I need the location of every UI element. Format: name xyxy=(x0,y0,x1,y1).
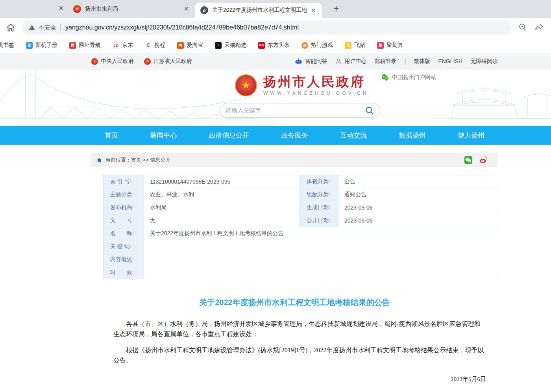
address-bar[interactable]: 不安全 yangzhou.gov.cn/yzszxxgk/slj/202305/… xyxy=(22,20,512,35)
breadcrumb: 当前位置：首页 >> 信息公开 xyxy=(91,153,498,167)
gov-links-bar: ★ 中央人民政府 ★ 江苏省人民政府 智能问答 用户中心 邮 xyxy=(0,53,551,70)
link-mail-login[interactable]: 邮箱登录 xyxy=(374,58,396,65)
divider: | xyxy=(404,58,406,65)
link-central-gov[interactable]: ★ 中央人民政府 xyxy=(91,58,134,65)
portal-badge[interactable]: 中国扬州门户网站 xyxy=(381,74,436,81)
nav-home[interactable]: 首页 xyxy=(105,131,118,140)
meta-label: 名 称: xyxy=(104,227,144,240)
national-emblem-icon: ★ xyxy=(235,74,257,96)
meta-value xyxy=(144,253,498,266)
not-secure-warning-icon xyxy=(28,24,35,31)
zoom-out-icon[interactable] xyxy=(518,22,528,33)
link-english[interactable]: ENGLISH xyxy=(438,58,462,64)
site-header-banner: ★ 扬州市人民政府 WWW.YANGZHOU.GOV.CN 中国扬州门户网站 xyxy=(0,70,551,126)
site-logo[interactable]: ★ 扬州市人民政府 WWW.YANGZHOU.GOV.CN xyxy=(235,74,368,96)
bookmark-juhuasuan[interactable]: 聚 聚划算 xyxy=(377,42,403,49)
wechat-share-icon[interactable] xyxy=(464,156,473,164)
robot-icon xyxy=(295,57,303,65)
user-icon xyxy=(335,58,342,65)
security-label: 不安全 xyxy=(39,24,56,31)
meta-value: 2023-05-06 xyxy=(338,201,498,214)
meta-value xyxy=(144,240,498,253)
bookmark-eastday[interactable]: 东方 东方头条 xyxy=(258,42,290,49)
site-favicon: e xyxy=(200,6,208,14)
nav-data[interactable]: 数据扬州 xyxy=(399,131,426,140)
bookmark-manual[interactable]: 册 新机手册 xyxy=(26,42,57,49)
meta-label: 内容概述: xyxy=(104,253,144,266)
meta-label: 体裁分类: xyxy=(300,175,338,188)
nav-charm[interactable]: 魅力扬州 xyxy=(458,131,484,140)
fliggy-icon: 飞 xyxy=(345,42,351,49)
link-jiangsu-gov[interactable]: ★ 江苏省人民政府 xyxy=(144,58,192,65)
breadcrumb-text[interactable]: 当前位置：首页 >> 信息公开 xyxy=(105,156,464,164)
home-icon xyxy=(96,157,102,163)
tab-title: 关于2022年度扬州市水利工程文明工地 xyxy=(212,7,308,14)
tab-close-icon[interactable]: ✕ xyxy=(181,5,194,13)
jd-icon: JD xyxy=(113,42,119,49)
meta-value: 11321000014407098E-2023-095 xyxy=(144,175,300,188)
tab-announcement-active[interactable]: e 关于2022年度扬州市水利工程文明工地 ✕ xyxy=(195,3,322,18)
meta-value: 关于2022年度扬州市水利工程文明工地考核结果的公告 xyxy=(144,227,498,240)
gov-emblem-favicon: ★ xyxy=(73,5,81,13)
main-nav: 首页 新闻中心 政府信息公开 政务服务 互动交流 数据扬州 魅力扬州 xyxy=(0,126,551,145)
manual-icon: 册 xyxy=(26,42,33,49)
meta-value: 2023-05-06 xyxy=(338,214,498,227)
article-date: 2023年5月6日 xyxy=(91,375,486,383)
bookmarks-bar: 机书签 册 新机手册 网 网址导航 JD 京东 C 携程 淘 爱淘宝 T 天猫精… xyxy=(0,37,551,53)
link-traditional-chinese[interactable]: 繁体版 xyxy=(414,58,431,65)
meta-label: 公开日期: xyxy=(300,214,338,227)
gov-emblem-icon: ★ xyxy=(91,58,98,65)
tab-close-icon[interactable]: ✕ xyxy=(308,7,322,14)
eastday-icon: 东方 xyxy=(258,42,265,49)
meta-value: 公告 xyxy=(338,175,498,188)
bookmark-ctrip[interactable]: C 携程 xyxy=(145,42,165,49)
site-search xyxy=(220,103,380,118)
address-separator xyxy=(60,24,61,31)
search-input[interactable] xyxy=(226,107,365,114)
meta-value: 水利局 xyxy=(144,201,300,214)
link-smart-qa[interactable]: 智能问答 xyxy=(295,57,327,65)
nav-interaction[interactable]: 互动交流 xyxy=(340,131,367,140)
meta-label: 关 键 词: xyxy=(104,240,144,253)
meta-label: 生成日期: xyxy=(300,201,338,214)
nav-services[interactable]: 政务服务 xyxy=(281,131,308,140)
tmall-icon: T xyxy=(215,42,222,49)
bookmark-jd[interactable]: JD 京东 xyxy=(113,42,133,49)
bookmark-tmall[interactable]: T 天猫精选 xyxy=(215,42,246,49)
search-icon[interactable] xyxy=(365,106,374,115)
home-icon[interactable] xyxy=(6,22,16,33)
meta-label: 文 号: xyxy=(104,214,144,227)
weibo-share-icon[interactable] xyxy=(479,156,488,164)
new-tab-button[interactable]: + xyxy=(330,2,342,15)
meta-value xyxy=(144,266,498,279)
meta-value: 无 xyxy=(144,214,300,227)
site-name: 扬州市人民政府 xyxy=(263,75,368,89)
bookmark-fliggy[interactable]: 飞 飞猪 xyxy=(345,42,365,49)
link-accessibility[interactable]: 无障碍阅读 xyxy=(470,58,498,65)
url-text[interactable]: yangzhou.gov.cn/yzszxxgk/slj/202305/210c… xyxy=(65,24,299,31)
link-user-center[interactable]: 用户中心 xyxy=(335,58,366,65)
browser-toolbar: 不安全 yangzhou.gov.cn/yzszxxgk/slj/202305/… xyxy=(0,18,551,37)
bookmark-nav-site[interactable]: 网 网址导航 xyxy=(69,42,101,49)
bookmark-phone-marks[interactable]: 机书签 xyxy=(0,42,14,49)
gov-emblem-icon: ★ xyxy=(144,58,151,65)
tab-title: 扬州市水利局 xyxy=(85,6,181,13)
article-paragraph: 各县（市、区）水利（务）局，扬州经济开发区城乡事务管理局，生态科技新城规划建设局… xyxy=(113,319,486,340)
bookmark-taobao[interactable]: 淘 爱淘宝 xyxy=(177,42,203,49)
bookmark-games[interactable]: 热 热门游戏 xyxy=(301,42,333,49)
page-content: 当前位置：首页 >> 信息公开 索 引 号: 11321000014407098… xyxy=(91,153,498,392)
wechat-globe-icon xyxy=(381,74,389,81)
article-paragraph: 根据《扬州市水利工程文明工地建设管理办法》(扬水规[2019]1号)，2022年… xyxy=(113,345,486,366)
meta-value: 农业、林业、水利 xyxy=(144,188,300,201)
site-url: WWW.YANGZHOU.GOV.CN xyxy=(263,90,368,96)
share-icon[interactable] xyxy=(534,22,545,33)
meta-label: 时 效: xyxy=(104,266,144,279)
meta-label: 主题分类: xyxy=(104,188,144,201)
tab-shuiliju[interactable]: ★ 扬州市水利局 ✕ xyxy=(68,0,194,18)
nav-info-disclosure[interactable]: 政府信息公开 xyxy=(209,131,249,140)
article-body: 各县（市、区）水利（务）局，扬州经济开发区城乡事务管理局，生态科技新城规划建设局… xyxy=(113,319,486,366)
ctrip-icon: C xyxy=(145,42,152,49)
hidden-tab-close-icon[interactable]: ✕ xyxy=(58,4,64,13)
games-icon: 热 xyxy=(301,42,308,49)
nav-news[interactable]: 新闻中心 xyxy=(150,131,177,140)
